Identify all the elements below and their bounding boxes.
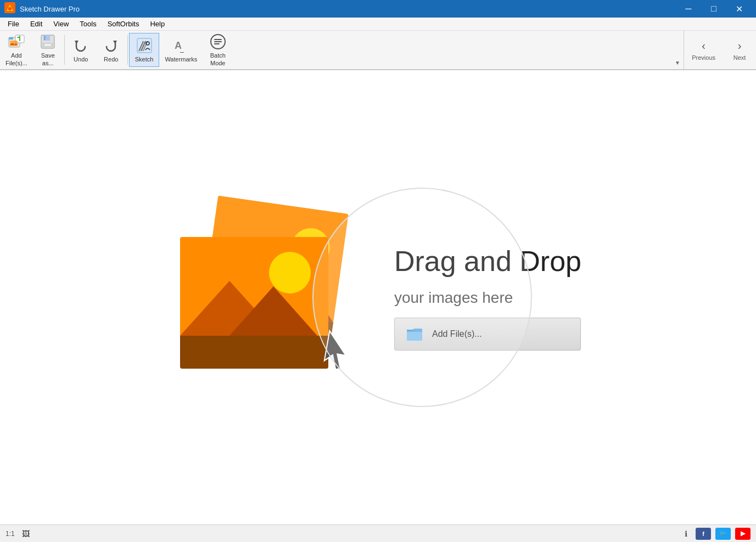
zoom-level: 1:1 bbox=[5, 530, 15, 538]
svg-marker-12 bbox=[75, 41, 79, 44]
image-status-icon: 🖼 bbox=[20, 528, 31, 539]
toolbar: AddFile(s)... Saveas... Undo bbox=[0, 31, 756, 70]
menubar: File Edit View Tools SoftOrbits Help bbox=[0, 18, 756, 31]
image-card-front bbox=[180, 237, 328, 369]
toolbar-expand-button[interactable]: ▼ bbox=[673, 58, 682, 67]
redo-label: Redo bbox=[104, 56, 118, 63]
maximize-button[interactable]: □ bbox=[701, 0, 726, 18]
titlebar: Sketch Drawer Pro ─ □ ✕ bbox=[0, 0, 756, 18]
menu-tools[interactable]: Tools bbox=[74, 18, 102, 30]
sketch-toolbar-button[interactable]: Sketch bbox=[129, 33, 160, 67]
svg-marker-13 bbox=[113, 41, 117, 44]
twitter-button[interactable]: 🐦 bbox=[715, 528, 731, 540]
next-label: Next bbox=[733, 54, 746, 61]
app-icon bbox=[4, 2, 15, 15]
minimize-button[interactable]: ─ bbox=[676, 0, 701, 18]
youtube-button[interactable]: ▶ bbox=[735, 528, 751, 540]
batch-mode-label: BatchMode bbox=[210, 52, 226, 66]
watermarks-icon: A _ bbox=[172, 37, 190, 54]
previous-button[interactable]: ‹ Previous bbox=[684, 31, 723, 69]
batch-icon bbox=[209, 33, 227, 50]
previous-arrow-icon: ‹ bbox=[702, 39, 705, 52]
svg-rect-3 bbox=[9, 37, 13, 39]
add-files-main-label: Add File(s)... bbox=[432, 329, 482, 339]
svg-text:_: _ bbox=[180, 45, 184, 53]
titlebar-left: Sketch Drawer Pro bbox=[4, 2, 80, 15]
next-button[interactable]: › Next bbox=[723, 31, 756, 69]
menu-edit[interactable]: Edit bbox=[25, 18, 48, 30]
nav-buttons: ‹ Previous › Next bbox=[684, 31, 756, 69]
undo-toolbar-button[interactable]: Undo bbox=[66, 33, 96, 67]
drop-subtitle: your images here bbox=[394, 289, 513, 307]
image-stack bbox=[175, 204, 372, 391]
menu-softorbits[interactable]: SoftOrbits bbox=[102, 18, 145, 30]
save-as-label: Saveas... bbox=[41, 52, 55, 66]
watermarks-toolbar-button[interactable]: A _ Watermarks bbox=[159, 33, 203, 67]
watermarks-label: Watermarks bbox=[165, 56, 197, 63]
sketch-icon bbox=[136, 37, 153, 54]
statusbar-right: ℹ f 🐦 ▶ bbox=[680, 528, 751, 540]
add-files-toolbar-button[interactable]: AddFile(s)... bbox=[0, 33, 33, 67]
drop-text-area: Drag and Drop your images here Add File(… bbox=[394, 244, 581, 351]
add-files-label: AddFile(s)... bbox=[5, 52, 27, 66]
sketch-label: Sketch bbox=[135, 56, 154, 63]
svg-point-31 bbox=[269, 252, 311, 293]
drag-drop-title: Drag and Drop bbox=[394, 244, 581, 278]
app-title: Sketch Drawer Pro bbox=[20, 5, 80, 13]
previous-label: Previous bbox=[692, 54, 715, 61]
svg-marker-35 bbox=[323, 331, 350, 370]
undo-icon bbox=[72, 37, 89, 54]
statusbar: 1:1 🖼 ℹ f 🐦 ▶ bbox=[0, 524, 756, 542]
menu-view[interactable]: View bbox=[48, 18, 74, 30]
close-button[interactable]: ✕ bbox=[726, 0, 752, 18]
batch-mode-toolbar-button[interactable]: BatchMode bbox=[203, 33, 233, 67]
save-icon bbox=[39, 33, 57, 50]
add-files-main-button[interactable]: Add File(s)... bbox=[394, 318, 581, 351]
main-content: Drag and Drop your images here Add File(… bbox=[0, 70, 756, 524]
svg-rect-9 bbox=[44, 36, 46, 40]
redo-toolbar-button[interactable]: Redo bbox=[96, 33, 126, 67]
svg-rect-11 bbox=[44, 44, 51, 46]
svg-marker-34 bbox=[180, 336, 328, 369]
drop-zone: Drag and Drop your images here Add File(… bbox=[175, 204, 581, 391]
svg-rect-5 bbox=[10, 41, 18, 46]
folder-icon bbox=[406, 325, 423, 343]
next-arrow-icon: › bbox=[738, 39, 742, 52]
add-files-icon bbox=[8, 33, 25, 50]
menu-help[interactable]: Help bbox=[144, 18, 170, 30]
statusbar-left: 1:1 🖼 bbox=[5, 528, 31, 539]
info-icon: ℹ bbox=[680, 528, 691, 539]
save-as-toolbar-button[interactable]: Saveas... bbox=[33, 33, 63, 67]
titlebar-controls: ─ □ ✕ bbox=[676, 0, 752, 18]
facebook-button[interactable]: f bbox=[696, 528, 711, 540]
menu-file[interactable]: File bbox=[2, 18, 25, 30]
svg-point-1 bbox=[8, 7, 12, 10]
undo-label: Undo bbox=[74, 56, 88, 63]
redo-icon bbox=[102, 37, 120, 54]
